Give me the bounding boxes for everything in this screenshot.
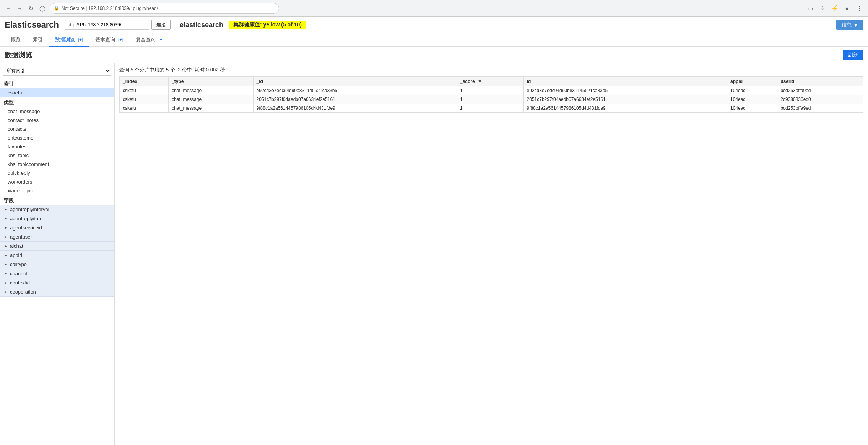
- connect-button[interactable]: 连接: [151, 20, 171, 30]
- cell-type: chat_message: [169, 104, 253, 113]
- sidebar-type-xiaoe-topic[interactable]: xiaoe_topic: [0, 186, 114, 195]
- forward-button[interactable]: →: [15, 4, 24, 13]
- cell-index: cskefu: [120, 104, 169, 113]
- table-row[interactable]: cskefuchat_messagee92cd3e7edc94d90b83114…: [120, 86, 863, 95]
- cell-id: e92cd3e7edc94d90b831145521ca33b5: [253, 86, 457, 95]
- col-header-docid[interactable]: id: [523, 77, 727, 86]
- sidebar-type-quickreply[interactable]: quickreply: [0, 169, 114, 177]
- cell-userid: bcd253bffa9ed: [777, 104, 863, 113]
- sidebar-type-contact-notes[interactable]: contact_notes: [0, 116, 114, 125]
- browser-actions: ▭ ☆ ⚡ ● ⋮: [805, 3, 864, 13]
- field-arrow-icon: ►: [4, 244, 8, 248]
- menu-button[interactable]: ⋮: [854, 3, 864, 13]
- col-header-id[interactable]: _id: [253, 77, 457, 86]
- results-summary: 查询 5 个分片中用的 5 个. 3 命中. 耗时 0.002 秒: [119, 67, 863, 73]
- tab-data-browser[interactable]: 数据浏览 [+]: [49, 33, 89, 47]
- cell-id: 9f88c1a2a5614457986105d4d431fde9: [253, 104, 457, 113]
- cell-userid: bcd253bffa9ed: [777, 86, 863, 95]
- sidebar-field-cooperation[interactable]: ► cooperation: [0, 287, 114, 297]
- cast-button[interactable]: ▭: [805, 3, 815, 13]
- info-button[interactable]: 信息 ▼: [836, 20, 863, 30]
- cell-index: cskefu: [120, 86, 169, 95]
- cell-score: 1: [457, 104, 524, 113]
- sidebar-field-calltype[interactable]: ► calltype: [0, 260, 114, 269]
- cell-index: cskefu: [120, 95, 169, 104]
- cell-appid: 104eac: [727, 104, 777, 113]
- page-title: 数据浏览: [5, 50, 32, 60]
- health-badge: 集群健康值: yellow (5 of 10): [229, 21, 306, 29]
- col-header-score[interactable]: _score ▼: [457, 77, 524, 86]
- refresh-button[interactable]: 刷新: [843, 50, 863, 60]
- field-arrow-icon: ►: [4, 253, 8, 257]
- tab-index[interactable]: 索引: [27, 33, 49, 47]
- home-button[interactable]: ◯: [38, 4, 47, 13]
- sidebar-type-entcustomer[interactable]: entcustomer: [0, 133, 114, 142]
- sidebar-type-kbs-topic[interactable]: kbs_topic: [0, 151, 114, 160]
- main-layout: 所有索引 索引 cskefu 类型 chat_message contact_n…: [0, 63, 868, 445]
- back-button[interactable]: ←: [4, 4, 12, 13]
- bookmark-button[interactable]: ☆: [818, 3, 827, 13]
- cell-type: chat_message: [169, 86, 253, 95]
- profile-button[interactable]: ●: [842, 3, 852, 13]
- tab-data-browser-plus: [+]: [78, 37, 83, 42]
- field-arrow-icon: ►: [4, 216, 8, 221]
- sidebar-field-agentreplyinterval[interactable]: ► agentreplyinterval: [0, 205, 114, 214]
- lock-icon: 🔒: [54, 6, 59, 11]
- field-arrow-icon: ►: [4, 281, 8, 285]
- extensions-button[interactable]: ⚡: [830, 3, 840, 13]
- tab-basic-query[interactable]: 基本查询 [+]: [89, 33, 129, 47]
- sidebar-type-kbs-topiccomment[interactable]: kbs_topiccomment: [0, 160, 114, 169]
- sidebar-field-contextid[interactable]: ► contextid: [0, 278, 114, 287]
- info-dropdown-icon: ▼: [853, 22, 858, 28]
- cell-appid: 104eac: [727, 86, 777, 95]
- results-table: _index _type _id _score ▼ id appid useri…: [119, 76, 863, 113]
- browser-chrome: ← → ↻ ◯ 🔒 Not Secure | 192.168.2.218:803…: [0, 0, 868, 17]
- nav-tabs: 概览 索引 数据浏览 [+] 基本查询 [+] 复合查询 [+]: [0, 33, 868, 47]
- field-arrow-icon: ►: [4, 290, 8, 294]
- cell-type: chat_message: [169, 95, 253, 104]
- index-select[interactable]: 所有索引: [3, 66, 111, 76]
- url-text: Not Secure | 192.168.2.218:8039/_plugin/…: [62, 6, 158, 11]
- sidebar-type-workorders[interactable]: workorders: [0, 177, 114, 186]
- table-row[interactable]: cskefuchat_message9f88c1a2a5614457986105…: [120, 104, 863, 113]
- cell-score: 1: [457, 95, 524, 104]
- cluster-name: elasticsearch: [180, 21, 223, 29]
- sidebar-field-agentserviceid[interactable]: ► agentserviceid: [0, 223, 114, 232]
- sidebar-field-channel[interactable]: ► channel: [0, 269, 114, 278]
- col-header-type[interactable]: _type: [169, 77, 253, 86]
- reload-button[interactable]: ↻: [27, 4, 35, 13]
- field-section-label: 字段: [0, 195, 114, 205]
- tab-overview[interactable]: 概览: [5, 33, 27, 47]
- cell-score: 1: [457, 86, 524, 95]
- cell-id: e92cd3e7edc94d90b831145521ca33b5: [523, 86, 727, 95]
- info-label: 信息: [842, 21, 852, 28]
- cell-id: 2051c7b297f04aedb07a6634ef2e5161: [253, 95, 457, 104]
- sidebar-field-agentreplyitme[interactable]: ► agentreplyitme: [0, 214, 114, 223]
- sidebar-type-chat-message[interactable]: chat_message: [0, 107, 114, 116]
- sidebar-field-aichat[interactable]: ► aichat: [0, 242, 114, 251]
- sidebar-type-contacts[interactable]: contacts: [0, 125, 114, 133]
- col-header-appid[interactable]: appid: [727, 77, 777, 86]
- tab-basic-query-plus: [+]: [118, 37, 124, 42]
- left-sidebar: 所有索引 索引 cskefu 类型 chat_message contact_n…: [0, 63, 115, 445]
- type-section-label: 类型: [0, 97, 114, 107]
- sort-icon: ▼: [478, 79, 482, 84]
- sidebar-field-appid[interactable]: ► appid: [0, 251, 114, 260]
- url-field[interactable]: [65, 20, 149, 30]
- sidebar-index-cskefu[interactable]: cskefu: [0, 88, 114, 97]
- tab-compound-query[interactable]: 复合查询 [+]: [130, 33, 170, 47]
- field-arrow-icon: ►: [4, 226, 8, 230]
- cell-id: 9f88c1a2a5614457986105d4d431fde9: [523, 104, 727, 113]
- field-arrow-icon: ►: [4, 235, 8, 239]
- page-title-bar: 数据浏览 刷新: [0, 47, 868, 63]
- sidebar-field-agentuser[interactable]: ► agentuser: [0, 232, 114, 242]
- col-header-index[interactable]: _index: [120, 77, 169, 86]
- sidebar-type-favorites[interactable]: favorites: [0, 142, 114, 151]
- col-header-userid[interactable]: userid: [777, 77, 863, 86]
- field-arrow-icon: ►: [4, 262, 8, 266]
- address-bar[interactable]: 🔒 Not Secure | 192.168.2.218:8039/_plugi…: [50, 3, 279, 14]
- app-title: Elasticsearch: [5, 20, 59, 30]
- table-row[interactable]: cskefuchat_message2051c7b297f04aedb07a66…: [120, 95, 863, 104]
- url-input-group: 连接: [65, 20, 171, 30]
- index-select-row: 所有索引: [0, 63, 114, 78]
